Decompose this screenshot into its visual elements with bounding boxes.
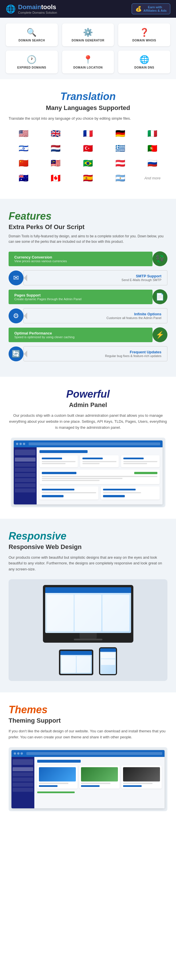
themes-url-bar — [26, 752, 162, 755]
stat-line-5 — [123, 461, 157, 462]
sidebar-item-3 — [15, 468, 35, 472]
tablet-header — [61, 651, 92, 655]
bottom-title-1 — [42, 489, 74, 490]
flag-gr: 🇬🇷 — [105, 142, 135, 155]
dns-icon: 🌐 — [121, 55, 167, 64]
tablet — [59, 649, 93, 675]
stat-line-6 — [123, 463, 147, 464]
sidebar-item-2 — [15, 463, 35, 467]
admin-body — [14, 447, 163, 504]
domain-location-label: DOMAIN LOCATION — [65, 66, 111, 69]
screen-card-1 — [47, 595, 74, 631]
feature-performance-box: Optimal Performance Speed is optimized b… — [9, 328, 152, 342]
bottom-title-2 — [103, 489, 136, 490]
tablet-content — [61, 651, 92, 674]
sidebar-item-5 — [15, 478, 35, 482]
theme-btn-green[interactable] — [81, 785, 99, 787]
screen-header — [45, 587, 131, 593]
themes-sidebar-item-1 — [13, 767, 33, 771]
stat-line-1 — [42, 461, 76, 462]
phone-card-2 — [101, 659, 115, 665]
screen-card-2 — [75, 595, 101, 631]
responsive-section: Responsive Responsive Web Design Our pro… — [0, 519, 176, 692]
domain-dns-label: DOMAIN DNS — [121, 66, 167, 69]
stat-card-2 — [80, 455, 119, 467]
feature-performance-title: Optimal Performance — [14, 331, 147, 335]
feature-performance: Optimal Performance Speed is optimized b… — [9, 327, 167, 342]
monitor-stand — [80, 633, 97, 639]
flag-fr: 🇫🇷 — [73, 127, 103, 140]
smtp-icon: ✉ — [9, 270, 24, 285]
theme-preview-green — [81, 767, 118, 781]
url-bar — [29, 442, 160, 445]
theme-btn-blue[interactable] — [39, 785, 58, 787]
responsive-subtitle: Responsive Web Design — [9, 543, 167, 551]
bottom-btn-1 — [42, 495, 64, 497]
main-card-title — [42, 472, 77, 474]
themes-add-btn[interactable] — [37, 791, 75, 793]
domain-generator[interactable]: ⚙️ DOMAIN GENERATOR — [62, 24, 114, 46]
topbar-dot-3 — [23, 443, 25, 445]
flag-ru: 🇷🇺 — [138, 157, 167, 170]
screen-body — [45, 593, 131, 633]
themes-sidebar-item-5 — [13, 788, 33, 792]
admin-sidebar — [14, 447, 37, 504]
domain-search[interactable]: 🔍 DOMAIN SEARCH — [6, 24, 58, 46]
themes-grid — [37, 765, 162, 789]
themes-dot-3 — [21, 752, 23, 755]
updates-icon: 🔄 — [9, 347, 24, 361]
domain-generator-label: DOMAIN GENERATOR — [65, 39, 111, 42]
feature-options-box: Infinite Options Customize all features … — [24, 308, 167, 323]
powerful-subtitle: Admin Panel — [9, 401, 167, 409]
search-icon: 🔍 — [9, 28, 55, 37]
theme-preview-blue — [39, 767, 76, 781]
flag-cn: 🇨🇳 — [9, 157, 38, 170]
flag-il: 🇮🇱 — [9, 142, 38, 155]
theme-name-dark — [123, 783, 152, 784]
themes-sidebar-item-3 — [13, 778, 33, 781]
themes-subtitle: Theming Support — [9, 717, 167, 724]
flag-br: 🇧🇷 — [73, 157, 103, 170]
themes-inner — [11, 750, 165, 808]
expired-icon: 🕐 — [9, 55, 55, 64]
admin-content — [37, 447, 163, 504]
features-section: Features Extra Perks Of Our Script Domai… — [0, 199, 176, 377]
expired-label: EXPIRED DOMAINS — [9, 66, 55, 69]
sidebar-item-7 — [15, 488, 35, 492]
theme-card-dark — [122, 765, 162, 789]
phone-header — [100, 648, 116, 652]
features-subtitle: Extra Perks Of Our Script — [9, 223, 167, 231]
affiliate-line2: Affiliates & Ads — [143, 9, 166, 12]
flag-at: 🇦🇹 — [105, 157, 135, 170]
feature-options-title: Infinite Options — [29, 312, 162, 316]
themes-page-title — [37, 760, 81, 763]
main-card — [40, 469, 160, 484]
bottom-card-1 — [40, 487, 98, 500]
theme-name-green — [81, 783, 110, 784]
theme-card-blue — [37, 765, 78, 789]
feature-options-sub: Customize all features the Admin Panel — [29, 316, 162, 320]
logo-area: 🌐 Domaintools Complete Domains Solution — [6, 3, 57, 14]
feature-updates-sub: Regular bug fixes & feature-rich updates — [29, 354, 162, 358]
theme-name-blue — [39, 783, 69, 784]
domain-tools-section: 🔍 DOMAIN SEARCH ⚙️ DOMAIN GENERATOR ❓ DO… — [0, 18, 176, 79]
themes-sidebar-item-2 — [13, 772, 33, 776]
domain-whois[interactable]: ❓ DOMAIN WHOIS — [118, 24, 170, 46]
flag-de: 🇩🇪 — [105, 127, 135, 140]
domain-location[interactable]: 📍 DOMAIN LOCATION — [62, 51, 114, 73]
topbar-dot-2 — [19, 443, 22, 445]
theme-btn-dark[interactable] — [123, 785, 142, 787]
domain-dns[interactable]: 🌐 DOMAIN DNS — [118, 51, 170, 73]
themes-desc: If you don't like the default design of … — [9, 729, 167, 740]
stat-title-3 — [123, 458, 144, 459]
themes-title: Themes — [9, 704, 167, 716]
affiliate-box[interactable]: 💰 Earn with Affiliates & Ads — [132, 3, 170, 14]
features-title: Features — [9, 210, 167, 222]
currency-icon: 💱 — [152, 251, 167, 266]
tablet-body — [61, 655, 92, 674]
flag-pt: 🇵🇹 — [138, 142, 167, 155]
admin-panel-mockup — [11, 438, 165, 507]
flag-nl: 🇳🇱 — [41, 142, 71, 155]
expired-domains[interactable]: 🕐 EXPIRED DOMAINS — [6, 51, 58, 73]
header: 🌐 Domaintools Complete Domains Solution … — [0, 0, 176, 18]
